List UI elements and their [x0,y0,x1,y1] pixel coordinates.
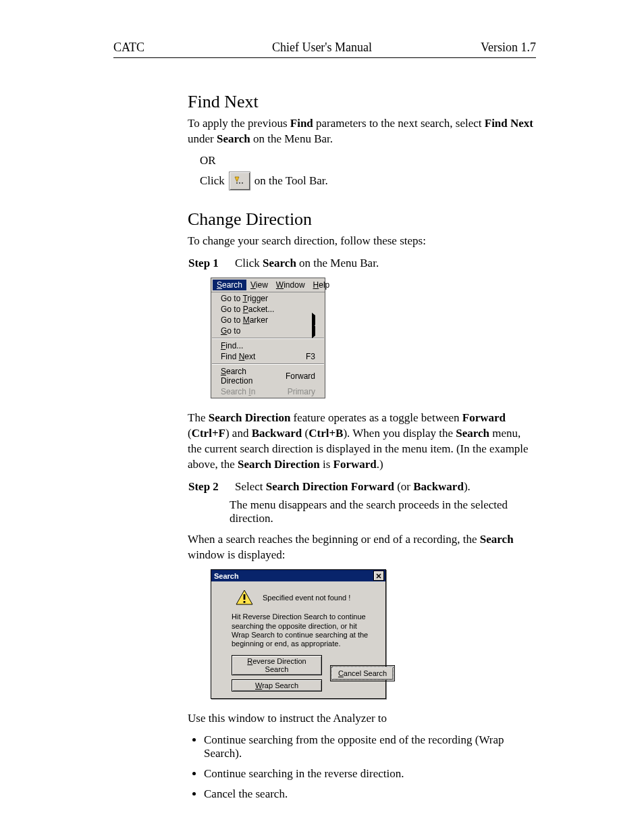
bullet-1: Continue searching from the opposite end… [204,733,536,760]
text: The [188,411,209,424]
dialog-buttons: Reverse Direction Search Wrap Search Can… [218,655,379,692]
menu-goto-marker[interactable]: Go to Marker [211,315,325,325]
change-direction-title: Change Direction [188,209,536,230]
header-center: Chief User's Manual [0,41,644,55]
menu-search-in: Search InPrimary [211,386,325,397]
menu-find-next[interactable]: Find NextF3 [211,351,325,362]
menu-search-direction[interactable]: Search DirectionForward [211,366,325,386]
search-window-intro: When a search reaches the beginning or e… [188,532,536,563]
step-2-body: Select Search Direction Forward (or Back… [234,479,536,494]
text: .) [377,458,383,471]
text-bold: Search Direction [209,411,291,424]
text: Select [235,480,266,493]
page: CATC Chief User's Manual Version 1.7 Fin… [0,0,644,834]
text-bold: Backward [252,427,302,440]
text-bold: Ctrl+B [308,427,343,440]
text-bold: Search [217,132,250,145]
menu-goto-trigger[interactable]: Go to Trigger [211,293,325,304]
menu-bar: Search View Window Help [211,278,325,292]
dialog-title: Search [214,572,239,580]
or-block: OR Click on the Tool Bar. [200,154,536,190]
svg-point-1 [239,182,240,184]
find-next-intro: To apply the previous Find parameters to… [188,116,536,147]
text: on the Menu Bar. [250,132,333,145]
find-next-title: Find Next [188,92,536,112]
text: feature operates as a toggle between [290,411,462,424]
svg-point-0 [236,182,238,184]
cancel-search-button[interactable]: Cancel Search [331,667,394,680]
step-1-label: Step 1 [188,256,234,271]
menu-help[interactable]: Help [309,280,334,290]
warning-icon [236,590,253,606]
step-2: Step 2 Select Search Direction Forward (… [188,479,536,494]
section-change-direction: Change Direction To change your search d… [188,209,536,801]
wrap-search-button[interactable]: Wrap Search [232,679,322,692]
instruction-bullets: Continue searching from the opposite end… [188,733,536,801]
text-bold: Search [263,257,296,269]
text-bold: Find [290,117,313,130]
page-header: CATC Chief User's Manual Version 1.7 [113,41,536,58]
use-window-intro: Use this window to instruct the Analyzer… [188,711,536,727]
header-left: CATC [113,41,144,55]
text: under [188,132,217,145]
step-2-result: The menu disappears and the search proce… [188,498,536,525]
find-next-toolbar-icon [229,172,250,190]
menu-view[interactable]: View [246,280,272,290]
text: ) and [225,427,252,440]
step-2-label: Step 2 [188,479,234,494]
svg-point-2 [242,182,243,184]
menu-find[interactable]: Find... [211,340,325,351]
text-bold: Search [480,533,514,546]
text-bold: Search [456,427,489,440]
text: (or [394,480,413,493]
text: ). When you display the [343,427,456,440]
search-dropdown: Go to Trigger Go to Packet... Go to Mark… [211,292,325,398]
text-bold: Forward [333,458,377,471]
dialog-instructions: Hit Reverse Direction Search to continue… [218,613,379,655]
or-label: OR [200,154,536,167]
dialog-body: Specified event not found ! Hit Reverse … [211,581,385,698]
text-bold: Forward [462,411,506,424]
menu-separator [212,363,324,365]
text: is [320,458,333,471]
search-menu-screenshot: Search View Window Help Go to Trigger Go… [211,278,325,398]
text-bold: Search Direction [238,458,320,471]
submenu-arrow-icon [312,323,315,338]
shortcut-label: F3 [299,352,315,361]
text: To apply the previous [188,117,290,130]
text: Click [235,257,263,269]
reverse-direction-button[interactable]: Reverse Direction Search [232,655,322,675]
close-button[interactable] [373,571,384,581]
value-label: Primary [281,387,315,396]
value-label: Forward [279,371,315,381]
text-bold: Search Direction Forward [266,480,394,493]
bullet-3: Cancel the search. [204,787,536,801]
change-direction-intro: To change your search direction, follow … [188,234,536,249]
step-1-body: Click Search on the Menu Bar. [234,256,536,271]
text: ). [464,480,471,493]
step-1: Step 1 Click Search on the Menu Bar. [188,256,536,271]
search-dialog-screenshot: Search Specified event not found ! [211,569,386,699]
text: ( [302,427,308,440]
text-bold: Ctrl+F [192,427,225,440]
menu-search[interactable]: Search [213,280,246,290]
menu-window[interactable]: Window [272,280,309,290]
text: parameters to the next search, select [313,117,485,130]
menu-separator [212,338,324,339]
text: on the Menu Bar. [296,257,379,269]
text: Click [200,174,225,188]
dialog-titlebar: Search [211,570,385,581]
text-bold: Backward [413,480,464,493]
text: earch [222,280,242,290]
section-find-next: Find Next To apply the previous Find par… [188,92,536,190]
header-right: Version 1.7 [481,41,536,55]
bullet-2: Continue searching in the reverse direct… [204,767,536,781]
svg-rect-4 [244,601,246,603]
text: window is displayed: [188,548,286,561]
search-direction-explain: The Search Direction feature operates as… [188,411,536,473]
svg-rect-3 [244,594,246,600]
text: on the Tool Bar. [254,174,328,188]
click-line: Click on the Tool Bar. [200,172,536,190]
menu-goto[interactable]: Go to [211,325,325,336]
menu-goto-packet[interactable]: Go to Packet... [211,304,325,315]
